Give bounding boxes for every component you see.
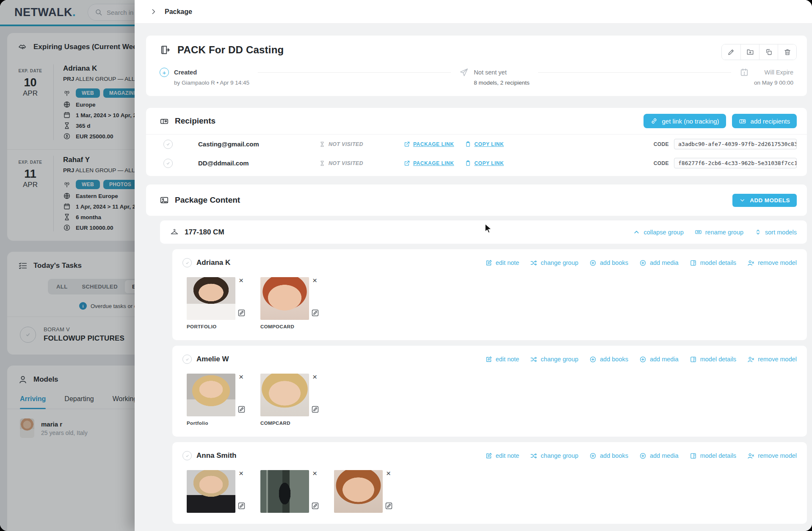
model-photo[interactable] bbox=[260, 277, 309, 320]
change-group-link[interactable]: change group bbox=[530, 259, 578, 267]
edit-photo-button[interactable] bbox=[237, 405, 246, 415]
package-link[interactable]: PACKAGE LINK bbox=[404, 141, 454, 147]
recipient-check-circle[interactable] bbox=[163, 140, 173, 149]
package-title: PACK For DD Casting bbox=[177, 44, 284, 56]
add-recipients-button[interactable]: add recipients bbox=[732, 114, 797, 128]
photo-caption: PORTFOLIO bbox=[187, 324, 249, 329]
model-details-link[interactable]: model details bbox=[690, 259, 736, 267]
model-photo[interactable] bbox=[334, 470, 383, 513]
timeline-connector bbox=[538, 72, 731, 73]
get-link-button[interactable]: get link (no tracking) bbox=[644, 114, 726, 128]
rename-group-link[interactable]: rename group bbox=[695, 228, 743, 236]
model-card: Anna Smith edit note change group add bo… bbox=[172, 442, 807, 524]
package-link[interactable]: PACKAGE LINK bbox=[404, 160, 454, 166]
add-books-link[interactable]: add books bbox=[589, 452, 628, 459]
modal-backdrop[interactable] bbox=[0, 0, 135, 531]
model-photo[interactable] bbox=[260, 470, 309, 513]
edit-photo-button[interactable] bbox=[237, 501, 246, 512]
visit-status: NOT VISITED bbox=[329, 141, 363, 147]
photo-item: × Portfolio bbox=[187, 374, 249, 426]
step-sub: by Giampaolo R • Apr 9 14:45 bbox=[174, 80, 249, 86]
change-group-link[interactable]: change group bbox=[530, 356, 578, 363]
person-x-icon bbox=[747, 452, 754, 459]
add-media-link[interactable]: add media bbox=[639, 356, 679, 363]
visit-status: NOT VISITED bbox=[329, 160, 363, 166]
dashboard-underlay: NETWALK. Search in netwalk EXP. DATE Exp… bbox=[0, 0, 135, 531]
model-details-link[interactable]: model details bbox=[690, 356, 736, 363]
code-label: CODE bbox=[654, 141, 669, 147]
recipient-row: Casting@gmail.com NOT VISITED PACKAGE LI… bbox=[146, 135, 807, 154]
edit-note-link[interactable]: edit note bbox=[485, 452, 519, 459]
step-label: Created bbox=[174, 68, 249, 77]
recipients-title: Recipients bbox=[175, 116, 215, 126]
chevron-up-icon bbox=[633, 228, 640, 236]
recipient-email: DD@ddmail.com bbox=[198, 160, 319, 167]
model-check-circle[interactable] bbox=[182, 258, 192, 267]
add-media-link[interactable]: add media bbox=[639, 452, 679, 459]
collapse-group-link[interactable]: collapse group bbox=[633, 228, 683, 236]
add-models-button[interactable]: ADD MODELS bbox=[732, 194, 797, 207]
copy-link[interactable]: COPY LINK bbox=[465, 141, 504, 147]
model-group-card: 177-180 CM collapse group rename group s… bbox=[160, 220, 807, 244]
edit-photo-button[interactable] bbox=[311, 501, 320, 512]
edit-photo-button[interactable] bbox=[384, 501, 393, 512]
remove-model-link[interactable]: remove model bbox=[747, 452, 797, 459]
hourglass-icon bbox=[319, 141, 325, 147]
add-books-link[interactable]: add books bbox=[589, 259, 628, 267]
remove-photo-button[interactable]: × bbox=[312, 372, 318, 382]
shuffle-icon bbox=[530, 356, 537, 363]
package-icon bbox=[160, 44, 171, 55]
group-name: 177-180 CM bbox=[185, 228, 224, 237]
model-details-link[interactable]: model details bbox=[690, 452, 736, 459]
edit-photo-button[interactable] bbox=[311, 405, 320, 415]
add-books-link[interactable]: add books bbox=[589, 356, 628, 363]
model-photo[interactable] bbox=[187, 470, 235, 513]
remove-photo-button[interactable]: × bbox=[238, 275, 244, 285]
package-content-card: Package Content ADD MODELS bbox=[146, 184, 807, 216]
remove-photo-button[interactable]: × bbox=[312, 468, 318, 478]
person-x-icon bbox=[747, 259, 754, 267]
copy-link[interactable]: COPY LINK bbox=[465, 160, 504, 166]
remove-photo-button[interactable]: × bbox=[385, 468, 392, 478]
hourglass-icon bbox=[319, 160, 325, 166]
recipient-code: a3adbc90-afe7-4039-97fb-2d2617530c83 bbox=[674, 139, 797, 149]
panel-header: Package bbox=[135, 0, 812, 24]
edit-photo-button[interactable] bbox=[237, 308, 246, 319]
package-toolbar bbox=[721, 44, 797, 60]
edit-package-button[interactable] bbox=[722, 44, 740, 60]
model-check-circle[interactable] bbox=[182, 451, 192, 460]
remove-model-link[interactable]: remove model bbox=[747, 259, 797, 267]
rename-ab-icon bbox=[695, 228, 702, 236]
edit-photo-button[interactable] bbox=[311, 308, 320, 319]
trash-icon bbox=[784, 48, 791, 56]
model-photo[interactable] bbox=[187, 374, 235, 416]
sort-models-link[interactable]: sort models bbox=[754, 228, 797, 236]
clipboard-icon bbox=[465, 160, 471, 166]
copy-icon bbox=[765, 48, 773, 56]
collapse-panel-icon[interactable] bbox=[150, 8, 157, 15]
plus-circle-icon bbox=[639, 356, 646, 363]
model-photo[interactable] bbox=[260, 374, 309, 416]
edit-note-link[interactable]: edit note bbox=[485, 259, 519, 267]
edit-note-link[interactable]: edit note bbox=[485, 356, 519, 363]
add-media-link[interactable]: add media bbox=[639, 259, 679, 267]
folder-plus-icon bbox=[746, 48, 754, 56]
package-summary-card: PACK For DD Casting + Created by bbox=[146, 36, 807, 96]
remove-photo-button[interactable]: × bbox=[312, 275, 318, 285]
remove-model-link[interactable]: remove model bbox=[747, 356, 797, 363]
remove-photo-button[interactable]: × bbox=[238, 468, 244, 478]
change-group-link[interactable]: change group bbox=[530, 452, 578, 459]
move-to-folder-button[interactable] bbox=[740, 44, 759, 60]
recipient-row: DD@ddmail.com NOT VISITED PACKAGE LINK C… bbox=[146, 154, 807, 173]
created-plus-icon: + bbox=[160, 68, 169, 77]
delete-package-button[interactable] bbox=[778, 44, 796, 60]
calendar-expire-icon bbox=[740, 68, 749, 77]
duplicate-package-button[interactable] bbox=[759, 44, 778, 60]
plus-circle-icon bbox=[589, 452, 597, 459]
photo-item: × bbox=[260, 470, 322, 513]
model-photo[interactable] bbox=[187, 277, 235, 320]
recipient-check-circle[interactable] bbox=[163, 159, 173, 168]
model-check-circle[interactable] bbox=[182, 355, 192, 364]
remove-photo-button[interactable]: × bbox=[238, 372, 244, 382]
plus-circle-icon bbox=[589, 356, 597, 363]
